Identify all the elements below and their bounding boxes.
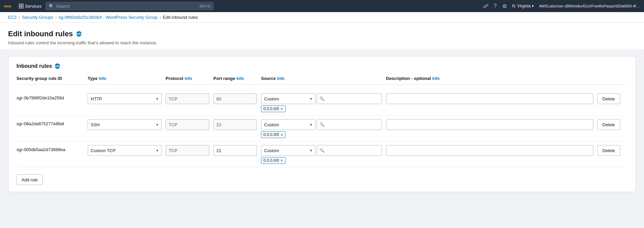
remove-cidr-btn-2[interactable]: ×	[281, 158, 283, 163]
add-rule-button[interactable]: Add rule	[16, 174, 43, 185]
rule-id-0: sgr-0b7998f2de10a258d	[16, 93, 84, 100]
port-range-input-1	[213, 119, 257, 130]
col-header-type: Type Info	[88, 76, 162, 81]
svg-text:aws: aws	[4, 4, 11, 8]
protocol-info-link[interactable]: Info	[185, 76, 192, 81]
description-col-2	[386, 145, 593, 156]
protocol-col-0	[166, 93, 209, 104]
source-select-wrapper-1: CustomAnywhere-IPv4Anywhere-IPv6My IP ▼	[261, 119, 315, 130]
remove-cidr-btn-1[interactable]: ×	[281, 132, 283, 137]
nav-right: ☍ ? ⚙ N. Virginia ▾ AWSLabsUser-sBWxhdbx…	[483, 3, 640, 9]
remove-cidr-btn-0[interactable]: ×	[281, 106, 283, 111]
port-range-col-0	[213, 93, 257, 104]
cidr-tags-2: 0.0.0.0/0 ×	[261, 157, 382, 164]
description-input-0[interactable]	[386, 93, 593, 104]
top-navigation: aws Services 🔍 [Alt+S] ☍ ? ⚙ N. Virginia…	[0, 0, 644, 12]
source-type-select-2[interactable]: CustomAnywhere-IPv4Anywhere-IPv6My IP	[261, 145, 315, 156]
port-range-info-link[interactable]: Info	[237, 76, 244, 81]
description-input-1[interactable]	[386, 119, 593, 130]
port-range-col-1	[213, 119, 257, 130]
breadcrumb-security-groups[interactable]: Security Groups	[22, 15, 53, 20]
page-header: Edit inbound rules Info Inbound rules co…	[0, 23, 644, 49]
source-search-input-1[interactable]	[317, 119, 382, 130]
table-row: sgr-08a2da875277e89af Custom TCPCustom U…	[16, 116, 628, 142]
breadcrumb-sep-1: ›	[18, 15, 20, 20]
search-shortcut: [Alt+S]	[200, 4, 211, 8]
source-info-link[interactable]: Info	[277, 76, 285, 81]
source-search-wrapper-1: 🔍	[317, 119, 382, 130]
search-input[interactable]	[56, 4, 198, 9]
breadcrumb-ec2[interactable]: EC2	[8, 15, 16, 20]
services-menu[interactable]: Services	[19, 4, 42, 9]
source-search-wrapper-2: 🔍	[317, 145, 382, 156]
delete-button-1[interactable]: Delete	[597, 119, 620, 130]
page-subtitle: Inbound rules control the incoming traff…	[8, 40, 636, 45]
breadcrumb-sg-link[interactable]: sg-0ffd0a5b25c3b59cf - WordPress Securit…	[59, 15, 158, 20]
source-type-select-1[interactable]: CustomAnywhere-IPv4Anywhere-IPv6My IP	[261, 119, 315, 130]
col-header-actions	[597, 76, 628, 81]
cidr-tag-2: 0.0.0.0/0 ×	[261, 157, 286, 164]
description-info-link[interactable]: Info	[432, 76, 440, 81]
panel-header: Inbound rules Info	[16, 63, 628, 69]
source-type-select-0[interactable]: CustomAnywhere-IPv4Anywhere-IPv6My IP	[261, 93, 315, 104]
delete-button-0[interactable]: Delete	[597, 93, 620, 104]
type-info-link[interactable]: Info	[99, 76, 106, 81]
grid-icon	[19, 4, 24, 8]
region-selector[interactable]: N. Virginia ▾	[512, 4, 534, 8]
col-header-port-range: Port range Info	[213, 76, 257, 81]
port-range-input-2[interactable]	[213, 145, 257, 156]
table-row: sgr-005db5aa2d73669ea Custom TCPCustom U…	[16, 142, 628, 168]
source-search-input-2[interactable]	[317, 145, 382, 156]
notifications-icon[interactable]: ☍	[483, 3, 488, 9]
port-range-col-2	[213, 145, 257, 156]
delete-col-1: Delete	[597, 119, 628, 130]
page-title: Edit inbound rules	[8, 30, 73, 38]
help-icon[interactable]: ?	[494, 3, 497, 9]
cidr-value-1: 0.0.0.0/0	[263, 132, 279, 137]
services-label: Services	[25, 4, 42, 9]
settings-icon[interactable]: ⚙	[502, 3, 507, 9]
description-input-2[interactable]	[386, 145, 593, 156]
breadcrumb: EC2 › Security Groups › sg-0ffd0a5b25c3b…	[0, 12, 644, 23]
delete-col-2: Delete	[597, 145, 628, 156]
source-search-input-0[interactable]	[317, 93, 382, 104]
user-menu[interactable]: AWSLabsUser-sBWxhdbx4GyXFnwWzPaopz/d32dd…	[539, 4, 640, 8]
source-row-0: CustomAnywhere-IPv4Anywhere-IPv6My IP ▼ …	[261, 93, 382, 104]
source-row-1: CustomAnywhere-IPv4Anywhere-IPv6My IP ▼ …	[261, 119, 382, 130]
port-range-input-0	[213, 93, 257, 104]
type-select-wrapper-1: Custom TCPCustom UDPCustom ICMPHTTPHTTPS…	[88, 119, 162, 130]
source-search-wrapper-0: 🔍	[317, 93, 382, 104]
type-select-0[interactable]: Custom TCPCustom UDPCustom ICMPHTTPHTTPS…	[88, 93, 162, 104]
cidr-tag-0: 0.0.0.0/0 ×	[261, 105, 286, 112]
rules-table: Security group rule ID Type Info Protoco…	[16, 76, 628, 168]
panel-info-badge[interactable]: Info	[55, 63, 60, 69]
protocol-col-1	[166, 119, 209, 130]
type-select-2[interactable]: Custom TCPCustom UDPCustom ICMPHTTPHTTPS…	[88, 145, 162, 156]
col-header-description: Description - optional Info	[386, 76, 593, 81]
protocol-input-2	[166, 145, 209, 156]
type-select-wrapper-0: Custom TCPCustom UDPCustom ICMPHTTPHTTPS…	[88, 93, 162, 104]
description-col-1	[386, 119, 593, 130]
type-select-1[interactable]: Custom TCPCustom UDPCustom ICMPHTTPHTTPS…	[88, 119, 162, 130]
search-icon: 🔍	[49, 4, 54, 9]
source-row-2: CustomAnywhere-IPv4Anywhere-IPv6My IP ▼ …	[261, 145, 382, 156]
cidr-tags-0: 0.0.0.0/0 ×	[261, 105, 382, 112]
breadcrumb-current: Edit inbound rules	[163, 15, 198, 20]
cidr-tag-1: 0.0.0.0/0 ×	[261, 131, 286, 138]
col-header-rule-id: Security group rule ID	[16, 76, 84, 81]
type-select-wrapper-2: Custom TCPCustom UDPCustom ICMPHTTPHTTPS…	[88, 145, 162, 156]
source-select-wrapper-0: CustomAnywhere-IPv4Anywhere-IPv6My IP ▼	[261, 93, 315, 104]
main-content: Inbound rules Info Security group rule I…	[0, 49, 644, 199]
protocol-input-1	[166, 119, 209, 130]
cidr-value-0: 0.0.0.0/0	[263, 106, 279, 111]
source-col-0: CustomAnywhere-IPv4Anywhere-IPv6My IP ▼ …	[261, 93, 382, 112]
panel-title: Inbound rules	[16, 63, 52, 69]
search-bar[interactable]: 🔍 [Alt+S]	[46, 2, 214, 10]
rule-id-1: sgr-08a2da875277e89af	[16, 119, 84, 126]
source-col-2: CustomAnywhere-IPv4Anywhere-IPv6My IP ▼ …	[261, 145, 382, 164]
protocol-input-0	[166, 93, 209, 104]
page-info-badge[interactable]: Info	[76, 31, 82, 37]
delete-button-2[interactable]: Delete	[597, 145, 620, 156]
source-col-1: CustomAnywhere-IPv4Anywhere-IPv6My IP ▼ …	[261, 119, 382, 138]
table-header-row: Security group rule ID Type Info Protoco…	[16, 76, 628, 85]
